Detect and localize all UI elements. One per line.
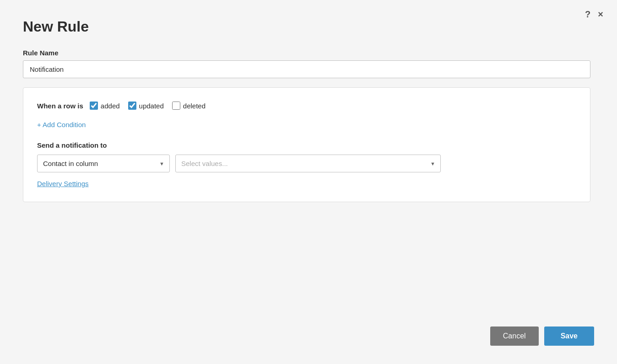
- dialog-title: New Rule: [23, 18, 594, 35]
- checkbox-deleted-label: deleted: [183, 102, 206, 110]
- checkbox-item-added[interactable]: added: [90, 102, 120, 110]
- contact-dropdown-wrapper: Contact in column Specific People Everyo…: [37, 155, 170, 172]
- save-button[interactable]: Save: [544, 327, 594, 346]
- delivery-settings-link[interactable]: Delivery Settings: [37, 180, 89, 187]
- checkbox-group: added updated deleted: [90, 102, 206, 110]
- dialog-header-icons: ? ×: [585, 9, 603, 20]
- help-icon[interactable]: ?: [585, 9, 590, 20]
- cancel-button[interactable]: Cancel: [490, 327, 539, 346]
- contact-dropdown[interactable]: Contact in column Specific People Everyo…: [37, 155, 170, 172]
- checkbox-added-label: added: [101, 102, 120, 110]
- when-row: When a row is added updated deleted: [37, 102, 576, 110]
- values-dropdown[interactable]: Select values...: [175, 155, 441, 172]
- dialog-footer: Cancel Save: [490, 327, 594, 346]
- rule-name-label: Rule Name: [23, 49, 594, 57]
- checkbox-deleted[interactable]: [172, 102, 180, 110]
- conditions-card: When a row is added updated deleted + Ad…: [23, 87, 590, 202]
- checkbox-item-deleted[interactable]: deleted: [172, 102, 206, 110]
- checkbox-added[interactable]: [90, 102, 98, 110]
- when-label: When a row is: [37, 102, 83, 110]
- checkbox-item-updated[interactable]: updated: [128, 102, 164, 110]
- values-dropdown-wrapper: Select values...: [175, 155, 441, 172]
- add-condition-button[interactable]: + Add Condition: [37, 121, 86, 128]
- close-icon[interactable]: ×: [598, 9, 603, 20]
- dialog-container: ? × New Rule Rule Name When a row is add…: [0, 0, 617, 364]
- notification-row: Contact in column Specific People Everyo…: [37, 155, 576, 172]
- checkbox-updated-label: updated: [139, 102, 164, 110]
- checkbox-updated[interactable]: [128, 102, 136, 110]
- rule-name-input[interactable]: [23, 60, 590, 78]
- notification-label: Send a notification to: [37, 141, 576, 149]
